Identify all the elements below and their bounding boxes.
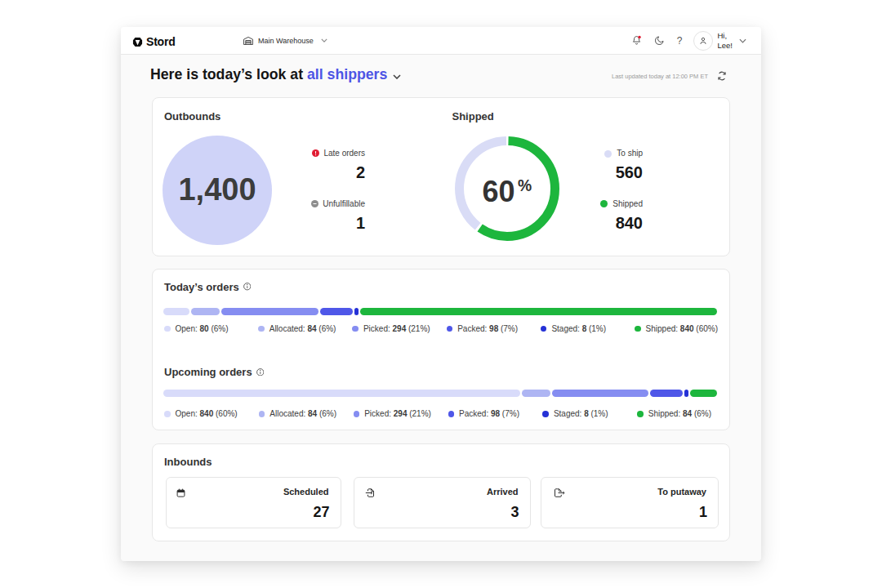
svg-text:%: %	[518, 177, 532, 194]
svg-text:60: 60	[482, 175, 514, 208]
